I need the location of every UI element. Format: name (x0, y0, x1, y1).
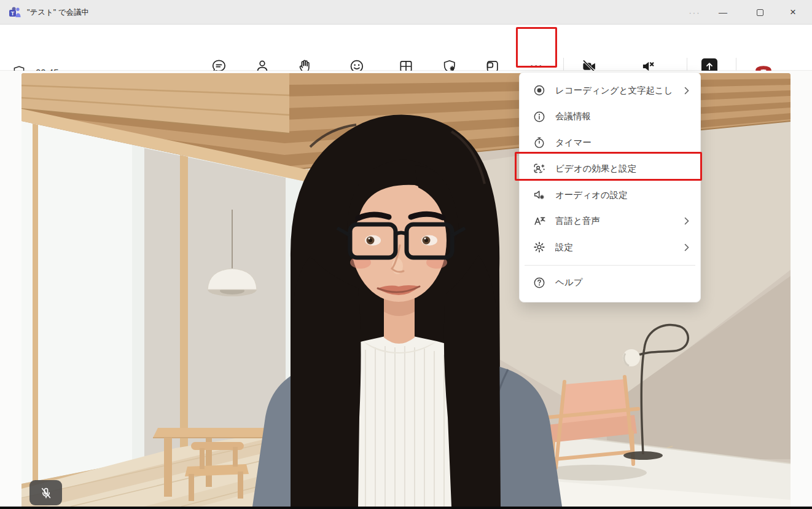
menu-item-audio-settings[interactable]: オーディオの設定 (520, 182, 700, 208)
submenu-chevron (684, 87, 689, 95)
maximize-icon (757, 9, 763, 16)
menu-separator (525, 265, 695, 266)
submenu-chevron (684, 243, 689, 251)
minimize-button[interactable]: — (709, 0, 737, 25)
mic-muted-indicator (29, 480, 62, 505)
highlight-box-video-effects (515, 152, 702, 181)
record-icon (533, 84, 546, 97)
teams-meeting-window: T "テスト" で会議中 ··· — × 00:45 チャット (0, 0, 812, 509)
menu-item-recording[interactable]: レコーディングと文字起こし (520, 77, 700, 104)
submenu-chevron (684, 217, 689, 225)
menu-item-meeting-info[interactable]: 会議情報 (520, 104, 700, 130)
close-button[interactable]: × (779, 0, 807, 25)
gear-icon (533, 240, 546, 254)
more-options-menu: レコーディングと文字起こし 会議情報 タイマー (519, 72, 701, 302)
titlebar: T "テスト" で会議中 ··· — × (0, 0, 812, 25)
timer-icon (533, 136, 546, 149)
menu-item-help[interactable]: ヘルプ (520, 270, 700, 296)
maximize-button[interactable] (746, 0, 774, 25)
window-bottom-edge (0, 507, 812, 509)
menu-item-language-speech[interactable]: 言語と音声 (520, 208, 700, 235)
translate-icon (533, 215, 546, 228)
help-icon (533, 276, 546, 290)
titlebar-more-button[interactable]: ··· (681, 0, 709, 25)
window-title: "テスト" で会議中 (27, 0, 89, 25)
mic-off-icon (39, 486, 53, 500)
svg-text:T: T (11, 10, 15, 17)
teams-app-icon: T (9, 6, 21, 18)
audio-settings-icon (533, 188, 546, 202)
menu-item-settings[interactable]: 設定 (520, 234, 700, 261)
highlight-box-more-button (516, 27, 557, 68)
meeting-toolbar: 00:45 チャット 参加者 (0, 25, 812, 71)
info-icon (533, 110, 546, 124)
